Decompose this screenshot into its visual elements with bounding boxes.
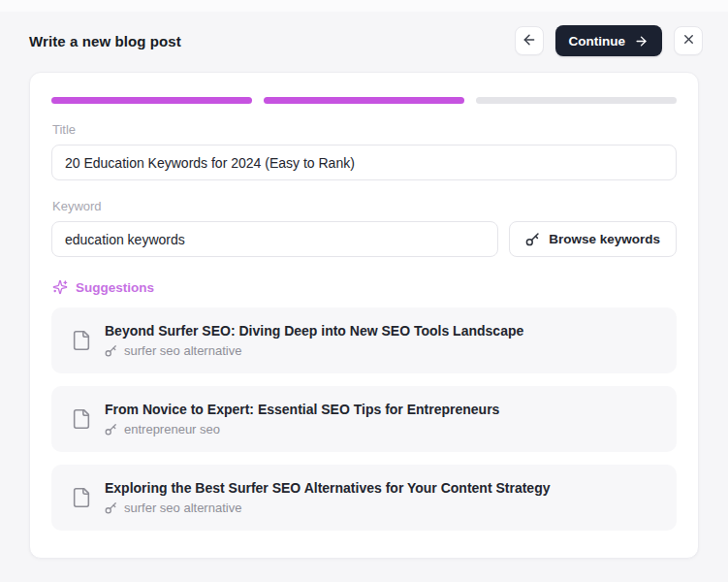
document-icon <box>71 485 92 510</box>
progress-bar <box>51 97 677 104</box>
progress-segment-1 <box>51 97 252 104</box>
key-icon <box>525 232 540 246</box>
suggestion-keyword: entrepreneur seo <box>124 422 220 436</box>
top-strip <box>0 0 728 12</box>
continue-button-label: Continue <box>569 34 626 48</box>
suggestion-title: From Novice to Expert: Essential SEO Tip… <box>105 402 499 417</box>
suggestion-title: Beyond Surfer SEO: Diving Deep into New … <box>105 323 523 339</box>
wizard-card: Title Keyword Browse keywords Suggestion… <box>29 72 699 559</box>
key-icon <box>105 501 117 514</box>
close-icon <box>681 32 696 49</box>
keyword-label: Keyword <box>52 199 677 213</box>
title-input[interactable] <box>51 145 677 180</box>
key-icon <box>105 344 117 357</box>
browse-keywords-label: Browse keywords <box>549 232 660 246</box>
progress-segment-2 <box>264 97 464 104</box>
document-icon <box>71 406 92 432</box>
arrow-right-icon <box>634 34 649 48</box>
arrow-left-icon <box>522 32 537 50</box>
key-icon <box>105 423 117 436</box>
continue-button[interactable]: Continue <box>555 25 663 56</box>
suggestions-header: Suggestions <box>52 279 677 295</box>
sparkles-icon <box>52 279 68 295</box>
keyword-input[interactable] <box>51 221 498 257</box>
suggestions-heading: Suggestions <box>76 280 154 295</box>
suggestion-keyword: surfer seo alternative <box>124 501 241 515</box>
progress-segment-3 <box>476 97 677 104</box>
title-label: Title <box>52 122 677 137</box>
suggestion-item[interactable]: From Novice to Expert: Essential SEO Tip… <box>51 386 677 452</box>
page-title: Write a new blog post <box>29 33 181 49</box>
suggestion-title: Exploring the Best Surfer SEO Alternativ… <box>105 480 551 496</box>
browse-keywords-button[interactable]: Browse keywords <box>509 221 677 257</box>
header-actions: Continue <box>515 25 704 56</box>
suggestion-item[interactable]: Exploring the Best Surfer SEO Alternativ… <box>51 465 677 531</box>
suggestion-item[interactable]: Beyond Surfer SEO: Diving Deep into New … <box>51 307 677 373</box>
suggestion-keyword: surfer seo alternative <box>124 343 241 358</box>
document-icon <box>71 328 92 353</box>
back-button[interactable] <box>515 26 544 55</box>
close-button[interactable] <box>674 26 703 55</box>
keyword-row: Browse keywords <box>51 221 677 257</box>
modal-header: Write a new blog post Continue <box>0 12 728 72</box>
